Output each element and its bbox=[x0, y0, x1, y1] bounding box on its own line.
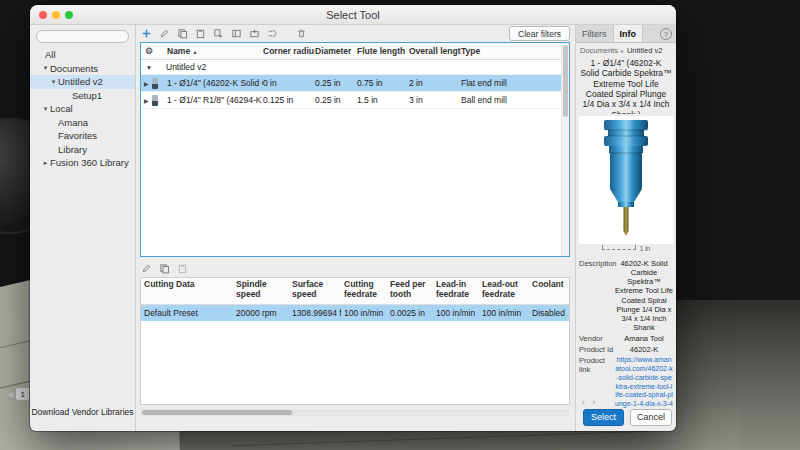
product-link[interactable]: https://www.amanatool.com/46202-k-solid-… bbox=[615, 356, 673, 408]
preset-row[interactable]: Default Preset 20000 rpm 1308.99694 f...… bbox=[141, 305, 569, 321]
tree-item-label: Untitled v2 bbox=[58, 76, 103, 87]
tool-title: 1 - Ø1/4" (46202-K Solid Carbide Spektra… bbox=[576, 56, 676, 114]
cell-corner-radius: 0.125 in bbox=[263, 95, 315, 105]
add-tool-icon[interactable] bbox=[140, 27, 153, 40]
chevron-down-icon: ▾ bbox=[41, 105, 50, 113]
column-header-type[interactable]: Type bbox=[461, 46, 569, 56]
column-header-diameter[interactable]: Diameter bbox=[315, 46, 357, 56]
cell-type: Ball end mill bbox=[461, 95, 569, 105]
next-image-icon[interactable]: › bbox=[593, 398, 596, 407]
minimize-button[interactable] bbox=[52, 11, 60, 19]
column-header-flute-length[interactable]: Flute length bbox=[357, 46, 409, 56]
dialog-title: Select Tool bbox=[326, 9, 380, 21]
tool-preview bbox=[579, 116, 673, 244]
tree-item-label: Fusion 360 Library bbox=[50, 157, 129, 168]
tool-3d-render bbox=[584, 118, 668, 242]
sidebar-item-amana[interactable]: Amana bbox=[30, 116, 135, 130]
tool-details: Description 46202-K Solid Carbide Spektr… bbox=[576, 256, 676, 408]
merge-tools-icon[interactable] bbox=[266, 27, 279, 40]
column-header-spindle-speed[interactable]: Spindle speed bbox=[233, 278, 289, 304]
sidebar-item-all[interactable]: All bbox=[30, 48, 135, 62]
ruler-line bbox=[602, 245, 636, 250]
triangle-right-icon[interactable]: ▶ bbox=[144, 80, 149, 87]
search-input[interactable] bbox=[36, 30, 129, 43]
export-library-icon[interactable] bbox=[248, 27, 261, 40]
cell-diameter: 0.25 in bbox=[315, 78, 357, 88]
edit-preset-icon[interactable] bbox=[140, 262, 153, 275]
select-button[interactable]: Select bbox=[583, 409, 624, 426]
sidebar-item-untitled-v2[interactable]: ▾ Untitled v2 bbox=[30, 75, 135, 89]
tool-row[interactable]: ▶ 1 - Ø1/4" (46202-K Solid Carbid... 0 i… bbox=[141, 75, 569, 92]
preset-toolbar bbox=[140, 261, 189, 275]
column-header-cutting-feedrate[interactable]: Cutting feedrate bbox=[341, 278, 387, 304]
download-vendor-libraries-link[interactable]: Download Vendor Libraries bbox=[30, 407, 135, 417]
triangle-right-icon[interactable]: ▶ bbox=[144, 97, 149, 104]
sidebar-item-favorites[interactable]: Favorites bbox=[30, 129, 135, 143]
cell-diameter: 0.25 in bbox=[315, 95, 357, 105]
tool-group-row[interactable]: ▼ Untitled v2 bbox=[141, 60, 569, 75]
paste-tool-icon[interactable] bbox=[194, 27, 207, 40]
ruler-label: 1 in bbox=[640, 245, 650, 252]
zoom-button[interactable] bbox=[65, 11, 73, 19]
pager-prev-icon[interactable]: ◀ bbox=[7, 390, 13, 399]
preview-pager: ‹ › bbox=[582, 398, 595, 407]
sort-asc-icon: ▲ bbox=[192, 49, 197, 55]
duplicate-tool-icon[interactable] bbox=[212, 27, 225, 40]
edit-tool-icon[interactable] bbox=[158, 27, 171, 40]
column-header-lead-in-feedrate[interactable]: Lead-in feedrate bbox=[433, 278, 479, 304]
tree-item-label: Setup1 bbox=[72, 90, 102, 101]
scrollbar-thumb[interactable] bbox=[142, 410, 292, 415]
column-settings-icon[interactable]: ⚙ bbox=[141, 46, 167, 56]
copy-tool-icon[interactable] bbox=[176, 27, 189, 40]
cell-surface-speed: 1308.99694 f... bbox=[289, 308, 341, 318]
close-button[interactable] bbox=[39, 11, 47, 19]
paste-preset-icon[interactable] bbox=[176, 262, 189, 275]
previous-image-icon[interactable]: ‹ bbox=[582, 398, 585, 407]
vertical-scrollbar[interactable] bbox=[561, 43, 569, 256]
tab-filters[interactable]: Filters bbox=[576, 25, 613, 42]
chevron-right-icon: ▸ bbox=[41, 159, 50, 167]
horizontal-scrollbar[interactable] bbox=[140, 409, 570, 416]
column-header-lead-out-feedrate[interactable]: Lead-out feedrate bbox=[479, 278, 529, 304]
triangle-down-icon: ▼ bbox=[144, 64, 154, 71]
breadcrumb-current[interactable]: Untitled v2 bbox=[627, 46, 662, 55]
copy-preset-icon[interactable] bbox=[158, 262, 171, 275]
tab-info[interactable]: Info bbox=[613, 25, 644, 42]
column-header-feed-per-tooth[interactable]: Feed per tooth bbox=[387, 278, 433, 304]
help-icon[interactable]: ? bbox=[660, 28, 672, 40]
column-header-coolant[interactable]: Coolant bbox=[529, 278, 569, 304]
field-description: Description 46202-K Solid Carbide Spektr… bbox=[579, 259, 673, 332]
cell-flute-length: 1.5 in bbox=[357, 95, 409, 105]
field-value: Amana Tool bbox=[615, 334, 673, 343]
select-tool-dialog: Select Tool All ▾ Documents ▾ Untitled v… bbox=[30, 5, 676, 431]
tree-item-label: All bbox=[45, 49, 56, 60]
tree-item-label: Library bbox=[58, 144, 87, 155]
column-header-name[interactable]: Name▲ bbox=[167, 46, 263, 56]
tree-item-label: Local bbox=[50, 103, 73, 114]
column-header-overall-length[interactable]: Overall length bbox=[409, 46, 461, 56]
delete-tool-icon[interactable] bbox=[295, 27, 308, 40]
tool-row[interactable]: ▶ 1 - Ø1/4" R1/8" (46294-K CNC 2... 0.12… bbox=[141, 92, 569, 109]
scrollbar-thumb[interactable] bbox=[563, 45, 568, 117]
tool-thumbnail bbox=[152, 95, 158, 106]
cell-name: 1 - Ø1/4" (46202-K Solid Carbid... bbox=[167, 78, 263, 88]
column-header-corner-radius[interactable]: Corner radius bbox=[263, 46, 315, 56]
cancel-button[interactable]: Cancel bbox=[630, 409, 672, 426]
sidebar-item-fusion-360-library[interactable]: ▸ Fusion 360 Library bbox=[30, 156, 135, 170]
breadcrumb: Documents ▸ Untitled v2 bbox=[576, 43, 676, 56]
column-header-surface-speed[interactable]: Surface speed bbox=[289, 278, 341, 304]
field-value: 46202-K Solid Carbide Spektra™ Extreme T… bbox=[615, 259, 673, 332]
clear-filters-button[interactable]: Clear filters bbox=[509, 26, 570, 41]
sidebar-item-setup1[interactable]: Setup1 bbox=[30, 89, 135, 103]
library-icon[interactable] bbox=[230, 27, 243, 40]
column-header-cutting-data[interactable]: Cutting Data bbox=[141, 278, 233, 304]
row-leading: ▶ bbox=[141, 95, 167, 106]
preset-table-header: Cutting Data Spindle speed Surface speed… bbox=[141, 278, 569, 305]
sidebar-item-local[interactable]: ▾ Local bbox=[30, 102, 135, 116]
cell-cutting-feedrate: 100 in/min bbox=[341, 308, 387, 318]
cell-lead-out-feedrate: 100 in/min bbox=[479, 308, 529, 318]
sidebar-item-library[interactable]: Library bbox=[30, 143, 135, 157]
info-panel: Filters Info ? Documents ▸ Untitled v2 1… bbox=[575, 25, 676, 431]
breadcrumb-root[interactable]: Documents bbox=[580, 46, 618, 55]
sidebar-item-documents[interactable]: ▾ Documents bbox=[30, 62, 135, 76]
